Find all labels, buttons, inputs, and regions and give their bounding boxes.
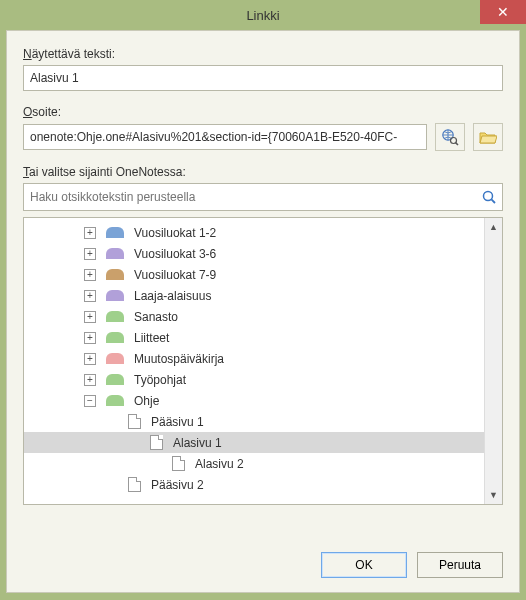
page-icon <box>128 477 141 492</box>
tree-item-label: Laaja-alaisuus <box>134 289 211 303</box>
scrollbar[interactable]: ▲ ▼ <box>484 218 502 504</box>
tree-item-label: Alasivu 1 <box>173 436 222 450</box>
section-tab-icon <box>106 311 124 322</box>
expander-placeholder <box>150 458 162 470</box>
tree-section-item[interactable]: +Sanasto <box>24 306 484 327</box>
expand-icon[interactable]: + <box>84 227 96 239</box>
close-icon: ✕ <box>497 4 509 20</box>
tree-section-item[interactable]: +Työpohjat <box>24 369 484 390</box>
titlebar: Linkki ✕ <box>0 0 526 30</box>
scroll-up-icon[interactable]: ▲ <box>485 218 502 236</box>
or-pick-label: Tai valitse sijainti OneNotessa: <box>23 165 503 179</box>
tree-section-item[interactable]: +Laaja-alaisuus <box>24 285 484 306</box>
address-input[interactable]: onenote:Ohje.one#Alasivu%201&section-id=… <box>23 124 427 150</box>
tree-item-label: Pääsivu 1 <box>151 415 204 429</box>
display-text-input[interactable] <box>23 65 503 91</box>
dialog-body: Näytettävä teksti: Osoite: onenote:Ohje.… <box>6 30 520 593</box>
tree-page-item[interactable]: Alasivu 1 <box>24 432 484 453</box>
tree-item-label: Pääsivu 2 <box>151 478 204 492</box>
tree-item-label: Alasivu 2 <box>195 457 244 471</box>
svg-line-2 <box>456 143 458 145</box>
page-icon <box>128 414 141 429</box>
page-icon <box>172 456 185 471</box>
search-icon[interactable] <box>479 187 499 207</box>
collapse-icon[interactable]: − <box>84 395 96 407</box>
globe-search-icon <box>441 128 459 146</box>
tree-page-item[interactable]: Pääsivu 1 <box>24 411 484 432</box>
svg-point-3 <box>484 192 493 201</box>
page-icon <box>150 435 163 450</box>
expand-icon[interactable]: + <box>84 290 96 302</box>
section-tab-icon <box>106 248 124 259</box>
expand-icon[interactable]: + <box>84 332 96 344</box>
address-label: Osoite: <box>23 105 503 119</box>
expand-icon[interactable]: + <box>84 311 96 323</box>
tree-item-label: Liitteet <box>134 331 169 345</box>
scroll-track[interactable] <box>485 236 502 486</box>
scroll-down-icon[interactable]: ▼ <box>485 486 502 504</box>
expander-placeholder <box>106 416 118 428</box>
expand-icon[interactable]: + <box>84 374 96 386</box>
tree-item-label: Työpohjat <box>134 373 186 387</box>
expand-icon[interactable]: + <box>84 269 96 281</box>
svg-line-4 <box>491 199 495 203</box>
section-tab-icon <box>106 290 124 301</box>
ok-button[interactable]: OK <box>321 552 407 578</box>
section-tab-icon <box>106 395 124 406</box>
tree-item-label: Vuosiluokat 3-6 <box>134 247 216 261</box>
expander-placeholder <box>128 437 140 449</box>
browse-folder-button[interactable] <box>473 123 503 151</box>
folder-icon <box>479 130 497 144</box>
tree-page-item[interactable]: Alasivu 2 <box>24 453 484 474</box>
tree-section-item[interactable]: +Muutospäiväkirja <box>24 348 484 369</box>
section-tab-icon <box>106 227 124 238</box>
tree-item-label: Vuosiluokat 1-2 <box>134 226 216 240</box>
search-input[interactable] <box>23 183 503 211</box>
tree-section-item[interactable]: +Vuosiluokat 7-9 <box>24 264 484 285</box>
section-tab-icon <box>106 332 124 343</box>
tree-item-label: Sanasto <box>134 310 178 324</box>
expander-placeholder <box>106 479 118 491</box>
close-button[interactable]: ✕ <box>480 0 526 24</box>
tree-item-label: Vuosiluokat 7-9 <box>134 268 216 282</box>
tree-page-item[interactable]: Pääsivu 2 <box>24 474 484 495</box>
section-tab-icon <box>106 269 124 280</box>
display-text-label: Näytettävä teksti: <box>23 47 503 61</box>
tree-section-item[interactable]: −Ohje <box>24 390 484 411</box>
section-tab-icon <box>106 353 124 364</box>
cancel-button[interactable]: Peruuta <box>417 552 503 578</box>
expand-icon[interactable]: + <box>84 353 96 365</box>
section-tab-icon <box>106 374 124 385</box>
tree-section-item[interactable]: +Vuosiluokat 1-2 <box>24 222 484 243</box>
window-title: Linkki <box>0 8 526 23</box>
location-tree: +Vuosiluokat 1-2+Vuosiluokat 3-6+Vuosilu… <box>23 217 503 505</box>
tree-section-item[interactable]: +Liitteet <box>24 327 484 348</box>
tree-item-label: Ohje <box>134 394 159 408</box>
browse-web-button[interactable] <box>435 123 465 151</box>
tree-item-label: Muutospäiväkirja <box>134 352 224 366</box>
tree-section-item[interactable]: +Vuosiluokat 3-6 <box>24 243 484 264</box>
expand-icon[interactable]: + <box>84 248 96 260</box>
